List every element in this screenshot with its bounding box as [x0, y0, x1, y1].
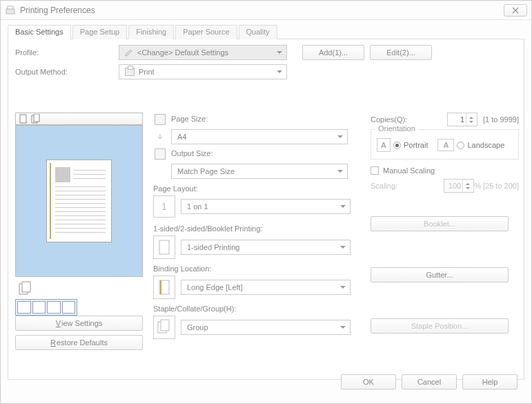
tab-strip: Basic Settings Page Setup Finishing Pape… — [8, 24, 524, 39]
scaling-row: Scaling: % [25 to 200] — [371, 179, 519, 193]
orientation-group: Orientation A Portrait A Landscape — [371, 129, 519, 160]
portrait-icon: A — [377, 138, 391, 152]
copies-label: Copies(Q): — [371, 115, 407, 124]
landscape-icon: A — [437, 139, 454, 151]
restore-defaults-button[interactable]: Restore DefaultsRestore Defaults — [15, 335, 143, 350]
manual-scaling-checkbox[interactable] — [371, 166, 379, 175]
footer: OK Cancel Help — [341, 374, 518, 389]
preview-box — [15, 125, 143, 277]
add-profile-button[interactable]: Add(1)... — [302, 45, 364, 60]
svg-rect-0 — [6, 9, 14, 14]
copies-range: [1 to 9999] — [483, 115, 519, 124]
tab-paper-source[interactable]: Paper Source — [175, 25, 237, 39]
close-button[interactable] — [504, 4, 527, 17]
staple-icon — [153, 316, 175, 339]
copies-spinner[interactable] — [447, 113, 477, 126]
orientation-portrait[interactable]: A Portrait — [377, 138, 428, 152]
profile-value: <Change> Default Settings — [137, 48, 228, 57]
page-layout-label: Page Layout: — [153, 184, 360, 193]
right-column: Copies(Q): [1 to 9999] Orientation A — [371, 113, 519, 340]
staple-label: Staple/Collate/Group(H): — [153, 305, 360, 313]
sided-label: 1-sided/2-sided/Booklet Printing: — [153, 224, 360, 233]
page-size-up-icon — [153, 113, 167, 126]
page-preview — [46, 160, 112, 242]
stack-pages-icon — [18, 281, 143, 296]
output-size-select[interactable]: Match Page Size — [171, 164, 348, 179]
pencil-icon — [125, 48, 133, 57]
profile-select[interactable]: <Change> Default Settings — [119, 45, 287, 60]
page-size-label: Page Size: — [171, 115, 208, 123]
mode-icon-4[interactable] — [62, 301, 76, 314]
output-method-select[interactable]: Print — [119, 64, 287, 79]
printer-icon — [5, 5, 16, 16]
svg-rect-1 — [8, 6, 13, 9]
svg-rect-11 — [161, 320, 169, 331]
output-size-label: Output Size: — [171, 149, 213, 157]
print-icon — [125, 68, 135, 76]
svg-rect-4 — [34, 114, 39, 122]
output-method-label: Output Method: — [15, 68, 119, 76]
page-single-icon[interactable] — [19, 114, 28, 124]
output-size-icon — [153, 147, 167, 161]
middle-column: Page Size: A4 Output Size: Match Page Si… — [153, 113, 360, 342]
svg-rect-2 — [20, 115, 26, 123]
portrait-radio[interactable] — [393, 142, 401, 149]
orientation-legend: Orientation — [375, 124, 418, 133]
edit-profile-button[interactable]: Edit(2)... — [370, 45, 432, 60]
scaling-spinner — [444, 179, 474, 193]
tab-page-setup[interactable]: Page Setup — [72, 25, 128, 39]
manual-scaling-label: Manual Scaling — [383, 166, 435, 175]
scaling-input — [444, 181, 462, 191]
mode-icon-3[interactable] — [47, 301, 61, 314]
manual-scaling-row[interactable]: Manual Scaling — [371, 166, 519, 175]
profile-row: Profile: <Change> Default Settings Add(1… — [15, 45, 517, 60]
landscape-label: Landscape — [467, 141, 504, 149]
tab-basic-settings[interactable]: Basic Settings — [8, 25, 71, 39]
tab-quality[interactable]: Quality — [239, 25, 277, 39]
left-buttons: VView Settingsiew Settings Restore Defau… — [15, 316, 143, 350]
sided-icon — [153, 235, 175, 259]
binding-label: Binding Location: — [153, 264, 360, 273]
tab-finishing[interactable]: Finishing — [128, 25, 174, 39]
staple-position-button: Staple Position... — [371, 318, 509, 334]
scaling-label: Scaling: — [371, 182, 397, 190]
orientation-landscape[interactable]: A Landscape — [437, 139, 504, 151]
preview-header — [15, 113, 143, 125]
gutter-button[interactable]: Gutter... — [371, 267, 509, 282]
scaling-range: % [25 to 200] — [474, 182, 519, 190]
preview-column: A4 [Scaling: Auto] — [15, 113, 143, 329]
staple-select[interactable]: Group — [181, 320, 351, 335]
profile-label: Profile: — [15, 48, 119, 57]
spin-up-icon[interactable] — [466, 113, 475, 119]
page-layout-select[interactable]: 1 on 1 — [181, 199, 351, 214]
page-multi-icon[interactable] — [31, 114, 41, 124]
binding-icon — [153, 276, 175, 299]
mode-icon-1[interactable] — [17, 301, 31, 314]
window: Printing Preferences Basic Settings Page… — [0, 0, 532, 404]
svg-rect-7 — [159, 240, 169, 254]
titlebar: Printing Preferences — [1, 1, 531, 20]
portrait-label: Portrait — [404, 141, 428, 149]
landscape-radio[interactable] — [457, 142, 464, 149]
cancel-button[interactable]: Cancel — [402, 374, 457, 389]
arrow-down-icon — [153, 130, 167, 144]
svg-rect-6 — [22, 282, 30, 292]
output-method-value: Print — [139, 68, 155, 76]
help-button[interactable]: Help — [462, 374, 518, 389]
copies-input[interactable] — [448, 115, 466, 124]
view-settings-button[interactable]: VView Settingsiew Settings — [15, 316, 143, 331]
window-title: Printing Preferences — [20, 6, 504, 15]
page-layout-icon: 1 — [153, 195, 175, 218]
output-method-row: Output Method: Print — [15, 64, 517, 79]
ok-button[interactable]: OK — [341, 374, 396, 389]
layout-mode-icons[interactable] — [15, 299, 77, 316]
client-area: Basic Settings Page Setup Finishing Pape… — [8, 24, 524, 396]
mode-icon-2[interactable] — [32, 301, 46, 314]
booklet-button: Booklet... — [371, 216, 509, 231]
spin-down-icon[interactable] — [466, 119, 475, 126]
sided-select[interactable]: 1-sided Printing — [181, 240, 351, 255]
tab-panel: Profile: <Change> Default Settings Add(1… — [8, 39, 524, 380]
binding-select[interactable]: Long Edge [Left] — [181, 280, 351, 295]
page-size-select[interactable]: A4 — [171, 129, 348, 144]
close-icon — [512, 7, 519, 14]
